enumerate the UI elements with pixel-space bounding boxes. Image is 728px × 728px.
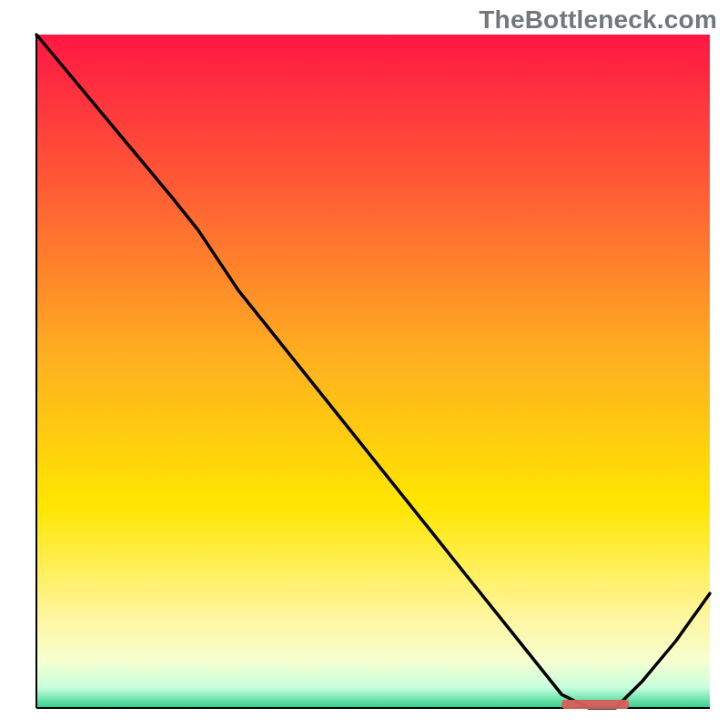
bottleneck-curve-plot xyxy=(0,0,728,728)
gradient-panel xyxy=(36,35,710,708)
chart-frame: TheBottleneck.com xyxy=(0,0,728,728)
minimum-marker xyxy=(561,700,629,709)
